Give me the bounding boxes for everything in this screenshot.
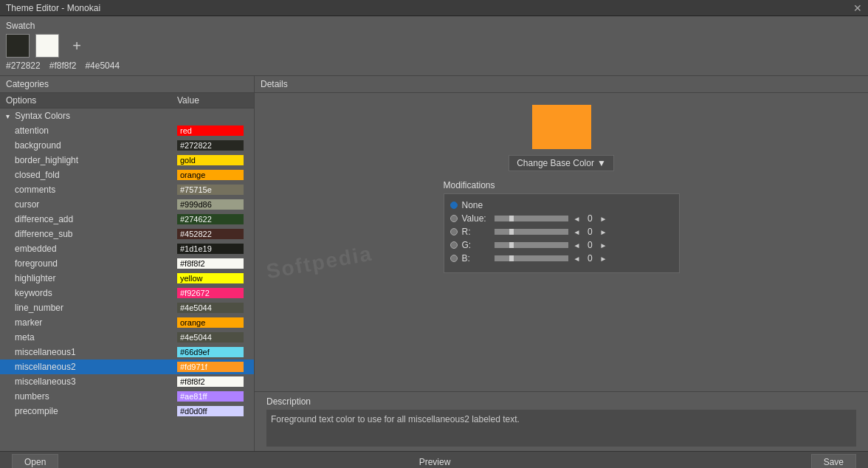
chevron-down-icon: ▼ [597, 158, 606, 168]
mod-r-left-arrow[interactable]: ◄ [571, 228, 583, 236]
table-row[interactable]: miscellaneous1#66d9ef [0, 345, 254, 359]
mod-r-radio[interactable] [450, 228, 458, 235]
row-name: closed_fold [0, 170, 177, 180]
mod-g-label: G: [462, 240, 492, 250]
row-name: precompile [0, 406, 177, 416]
mod-value-radio[interactable] [450, 215, 458, 222]
row-name: marker [0, 317, 177, 328]
mod-b-display: 0 [582, 253, 597, 264]
table-row[interactable]: keywords#f92672 [0, 286, 254, 300]
description-section: Description Foreground text color to use… [255, 391, 868, 451]
mod-b-slider[interactable] [495, 255, 568, 261]
mod-b-left-arrow[interactable]: ◄ [571, 255, 583, 263]
close-icon[interactable]: ✕ [853, 2, 862, 14]
row-value: yellow [177, 273, 244, 283]
col-value-header: Value [177, 95, 251, 106]
mod-g-display: 0 [582, 240, 597, 250]
mod-g-right-arrow[interactable]: ► [597, 241, 609, 250]
row-name: attention [0, 125, 177, 136]
mod-g-radio[interactable] [450, 241, 458, 249]
modifications-box: None Value: ◄ 0 ► [444, 193, 680, 273]
mod-b-label: B: [462, 253, 492, 264]
mod-value-right-arrow[interactable]: ► [597, 215, 609, 223]
table-row[interactable]: meta#4e5044 [0, 330, 254, 345]
categories-header: Categories [0, 76, 254, 93]
row-value: gold [177, 155, 244, 165]
table-row[interactable]: cursor#999d86 [0, 197, 254, 212]
mod-value-display: 0 [582, 213, 597, 224]
table-row[interactable]: markerorange [0, 315, 254, 330]
save-button[interactable]: Save [811, 454, 856, 469]
titlebar-title: Theme Editor - Monokai [6, 3, 100, 13]
row-value: #452822 [177, 229, 244, 239]
col-options-header: Options [0, 95, 177, 106]
table-row[interactable]: miscellaneous2#fd971f [0, 359, 254, 374]
bottom-bar: Open Preview Save [0, 451, 868, 468]
row-name: miscellaneous1 [0, 347, 177, 357]
description-header: Description [266, 396, 856, 407]
table-row[interactable]: attentionred [0, 123, 254, 138]
main-content: Categories Options Value ▾ Syntax Colors… [0, 76, 868, 451]
row-value: #fd971f [177, 362, 244, 372]
table-row[interactable]: embedded#1d1e19 [0, 241, 254, 256]
mod-b-right-arrow[interactable]: ► [597, 255, 609, 263]
table-row[interactable]: highlighteryellow [0, 271, 254, 286]
mod-r-right-arrow[interactable]: ► [597, 228, 609, 236]
row-value: #d0d0ff [177, 406, 244, 416]
table-row[interactable]: border_highlightgold [0, 153, 254, 168]
open-button[interactable]: Open [12, 454, 58, 469]
table-row[interactable]: foreground#f8f8f2 [0, 256, 254, 271]
mod-r-row: R: ◄ 0 ► [450, 227, 673, 237]
table-row[interactable]: difference_sub#452822 [0, 227, 254, 241]
mod-b-radio[interactable] [450, 255, 458, 262]
table-row[interactable]: precompile#d0d0ff [0, 404, 254, 419]
row-value: #f8f8f2 [177, 376, 244, 387]
row-value: red [177, 125, 244, 136]
mod-value-slider[interactable] [495, 216, 568, 221]
row-name: border_highlight [0, 155, 177, 165]
row-name: foreground [0, 258, 177, 269]
row-value: #274622 [177, 214, 244, 224]
mod-r-display: 0 [582, 227, 597, 237]
table-row[interactable]: background#272822 [0, 138, 254, 153]
row-name: keywords [0, 288, 177, 298]
swatch-chip-2[interactable] [35, 34, 59, 58]
categories-table-header: Options Value [0, 93, 254, 109]
mod-value-left-arrow[interactable]: ◄ [571, 215, 583, 223]
mod-g-left-arrow[interactable]: ◄ [571, 241, 583, 250]
row-name: cursor [0, 199, 177, 210]
mod-g-slider[interactable] [495, 242, 568, 248]
modifications-section: Modifications None Value: ◄ [444, 180, 680, 273]
row-value: #999d86 [177, 199, 244, 210]
color-preview-box [532, 105, 591, 149]
table-row[interactable]: numbers#ae81ff [0, 389, 254, 404]
mod-b-row: B: ◄ 0 ► [450, 253, 673, 264]
change-base-color-button[interactable]: Change Base Color ▼ [509, 155, 614, 171]
swatch-hex-3: #4e5044 [85, 61, 120, 71]
row-name: difference_sub [0, 229, 177, 239]
row-value: #1d1e19 [177, 244, 244, 254]
row-value: #4e5044 [177, 303, 244, 313]
mod-none-radio[interactable] [450, 202, 458, 209]
details-header: Details [255, 76, 868, 93]
categories-list: ▾ Syntax Colors attentionredbackground#2… [0, 109, 254, 451]
mod-r-slider[interactable] [495, 229, 568, 235]
table-row[interactable]: closed_foldorange [0, 168, 254, 182]
details-panel: Details Change Base Color ▼ Modification… [255, 76, 868, 451]
swatch-colors: + [6, 34, 862, 58]
row-value: #f8f8f2 [177, 258, 244, 269]
syntax-colors-label: ▾ Syntax Colors [0, 111, 177, 121]
swatch-label: Swatch [6, 21, 862, 31]
categories-panel: Categories Options Value ▾ Syntax Colors… [0, 76, 255, 451]
syntax-colors-row[interactable]: ▾ Syntax Colors [0, 109, 254, 123]
row-value: #ae81ff [177, 391, 244, 402]
swatch-chip-1[interactable] [6, 34, 30, 58]
table-row[interactable]: comments#75715e [0, 182, 254, 197]
color-preview-inner [543, 112, 580, 142]
table-row[interactable]: difference_add#274622 [0, 212, 254, 227]
row-name: numbers [0, 391, 177, 402]
table-row[interactable]: line_number#4e5044 [0, 300, 254, 315]
table-row[interactable]: miscellaneous3#f8f8f2 [0, 374, 254, 389]
swatch-add-button[interactable]: + [65, 34, 89, 58]
mod-value-label: Value: [462, 213, 492, 224]
